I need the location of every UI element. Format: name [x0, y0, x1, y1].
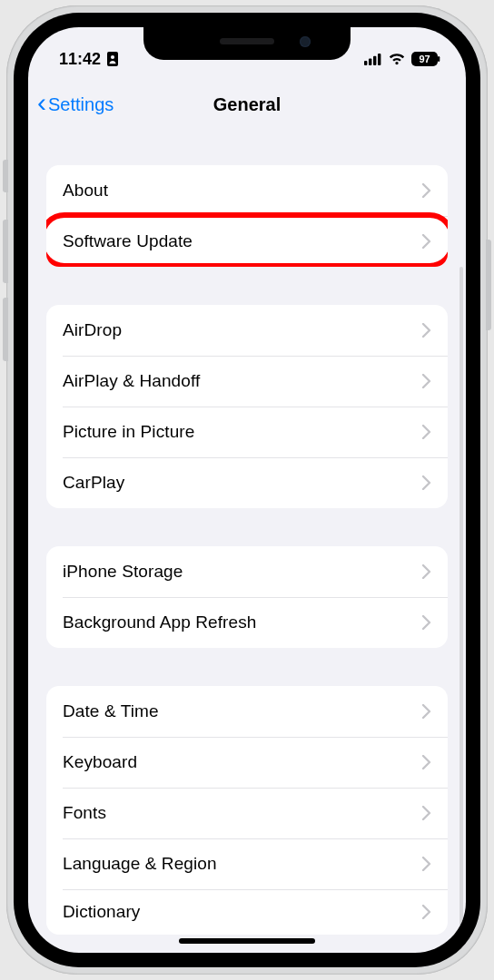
row-label: AirDrop [63, 320, 122, 340]
row-label: CarPlay [63, 473, 124, 493]
row-label: Software Update [63, 231, 193, 251]
row-label: Date & Time [63, 701, 159, 721]
svg-rect-5 [378, 54, 380, 65]
phone-frame: 11:42 97 [6, 5, 488, 975]
svg-point-1 [111, 55, 114, 59]
row-label: Background App Refresh [63, 612, 256, 632]
power-button [486, 240, 491, 330]
chevron-left-icon: ‹ [37, 89, 46, 116]
svg-rect-2 [364, 61, 367, 65]
row-label: About [63, 181, 108, 201]
battery-icon: 97 [411, 52, 440, 66]
back-button[interactable]: ‹ Settings [37, 93, 114, 116]
row-label: Fonts [63, 803, 106, 823]
nav-bar: ‹ Settings General [28, 78, 466, 131]
settings-group: iPhone Storage Background App Refresh [46, 546, 448, 648]
chevron-right-icon [422, 374, 431, 388]
cellular-signal-icon [364, 53, 382, 65]
phone-bezel: 11:42 97 [14, 13, 480, 967]
chevron-right-icon [422, 475, 431, 490]
back-label: Settings [48, 94, 114, 115]
chevron-right-icon [422, 905, 431, 919]
row-fonts[interactable]: Fonts [46, 788, 448, 838]
row-keyboard[interactable]: Keyboard [46, 737, 448, 788]
row-iphone-storage[interactable]: iPhone Storage [46, 546, 448, 597]
row-airdrop[interactable]: AirDrop [46, 305, 448, 356]
screen: 11:42 97 [28, 27, 466, 953]
row-dictionary[interactable]: Dictionary [46, 889, 448, 935]
row-carplay[interactable]: CarPlay [46, 457, 448, 508]
row-label: Picture in Picture [63, 422, 194, 442]
row-label: AirPlay & Handoff [63, 371, 200, 391]
settings-group: Date & Time Keyboard Fonts Language & Re… [46, 686, 448, 935]
wifi-icon [388, 53, 406, 65]
speaker-grille [220, 38, 274, 44]
home-indicator[interactable] [179, 938, 315, 944]
row-about[interactable]: About [46, 165, 448, 216]
front-camera [300, 36, 311, 47]
svg-rect-3 [369, 59, 371, 66]
row-label: iPhone Storage [63, 562, 183, 582]
chevron-right-icon [422, 704, 431, 719]
chevron-right-icon [422, 806, 431, 820]
chevron-right-icon [422, 183, 431, 198]
chevron-right-icon [422, 857, 431, 871]
row-language-region[interactable]: Language & Region [46, 838, 448, 889]
volume-up-button [3, 220, 8, 283]
settings-group: AirDrop AirPlay & Handoff Picture in Pic… [46, 305, 448, 508]
row-airplay-handoff[interactable]: AirPlay & Handoff [46, 356, 448, 407]
settings-content[interactable]: About Software Update AirDrop [28, 131, 466, 953]
row-date-time[interactable]: Date & Time [46, 686, 448, 737]
row-picture-in-picture[interactable]: Picture in Picture [46, 407, 448, 457]
row-label: Language & Region [63, 854, 217, 874]
status-time: 11:42 [59, 50, 101, 69]
chevron-right-icon [422, 755, 431, 769]
svg-text:97: 97 [419, 54, 430, 64]
chevron-right-icon [422, 615, 431, 630]
svg-rect-7 [438, 56, 440, 62]
settings-group: About Software Update [46, 165, 448, 267]
svg-rect-4 [373, 56, 376, 65]
chevron-right-icon [422, 564, 431, 579]
row-label: Keyboard [63, 752, 137, 772]
row-software-update[interactable]: Software Update [46, 216, 448, 267]
mute-switch [3, 160, 8, 192]
row-background-app-refresh[interactable]: Background App Refresh [46, 597, 448, 648]
notch [143, 27, 351, 60]
row-label: Dictionary [63, 902, 140, 922]
scroll-indicator [459, 267, 463, 929]
chevron-right-icon [422, 234, 431, 249]
page-title: General [213, 94, 281, 115]
chevron-right-icon [422, 425, 431, 439]
volume-down-button [3, 298, 8, 361]
chevron-right-icon [422, 323, 431, 338]
contacts-indicator-icon [106, 52, 119, 66]
